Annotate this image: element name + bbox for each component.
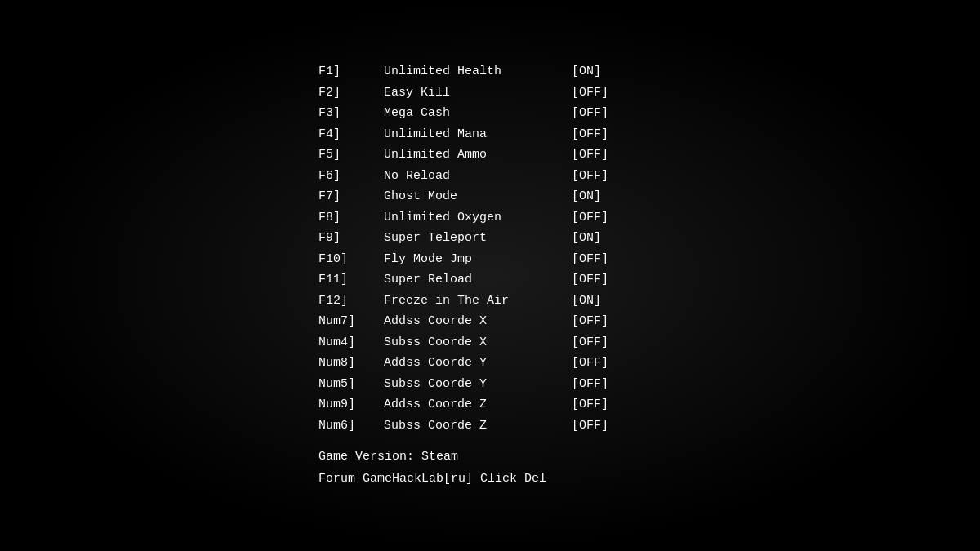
- cheat-key: F7]: [318, 186, 384, 207]
- table-row[interactable]: F10]Fly Mode Jmp[OFF]: [318, 249, 662, 270]
- cheat-status[interactable]: [OFF]: [572, 353, 608, 374]
- cheat-status[interactable]: [OFF]: [572, 207, 608, 229]
- cheat-status[interactable]: [OFF]: [572, 166, 608, 187]
- cheat-status[interactable]: [OFF]: [572, 124, 608, 145]
- table-row[interactable]: Num9]Addss Coorde Z[OFF]: [318, 394, 662, 415]
- cheat-name: No Reload: [384, 166, 572, 187]
- cheat-key: Num5]: [318, 374, 384, 395]
- cheat-status[interactable]: [OFF]: [572, 144, 608, 166]
- cheat-name: Subss Coorde X: [384, 332, 572, 353]
- cheat-name: Addss Coorde Z: [384, 394, 572, 415]
- cheat-name: Unlimited Oxygen: [384, 207, 572, 229]
- cheat-status[interactable]: [OFF]: [572, 374, 608, 395]
- cheat-status[interactable]: [OFF]: [572, 394, 608, 415]
- cheat-list: F1]Unlimited Health[ON]F2]Easy Kill[OFF]…: [318, 61, 662, 436]
- cheat-key: Num8]: [318, 353, 384, 374]
- cheat-status[interactable]: [OFF]: [572, 103, 608, 124]
- cheat-status[interactable]: [OFF]: [572, 332, 608, 353]
- cheat-name: Unlimited Mana: [384, 124, 572, 145]
- footer-line2: Forum GameHackLab[ru] Click Del: [318, 468, 662, 490]
- cheat-status[interactable]: [ON]: [572, 228, 601, 249]
- cheat-name: Subss Coorde Y: [384, 374, 572, 395]
- cheat-status[interactable]: [OFF]: [572, 311, 608, 332]
- table-row[interactable]: F6]No Reload[OFF]: [318, 166, 662, 187]
- cheat-key: Num9]: [318, 394, 384, 415]
- table-row[interactable]: Num8]Addss Coorde Y[OFF]: [318, 353, 662, 374]
- footer: Game Version: Steam Forum GameHackLab[ru…: [318, 446, 662, 490]
- cheat-status[interactable]: [ON]: [572, 291, 601, 312]
- cheat-name: Easy Kill: [384, 82, 572, 104]
- cheat-status[interactable]: [OFF]: [572, 269, 608, 291]
- cheat-key: Num4]: [318, 332, 384, 353]
- cheat-status[interactable]: [OFF]: [572, 82, 608, 104]
- cheat-status[interactable]: [ON]: [572, 61, 601, 82]
- cheat-key: F9]: [318, 228, 384, 249]
- cheat-name: Ghost Mode: [384, 186, 572, 207]
- cheat-key: F6]: [318, 166, 384, 187]
- cheat-key: Num7]: [318, 311, 384, 332]
- cheat-name: Freeze in The Air: [384, 291, 572, 312]
- cheat-key: Num6]: [318, 415, 384, 437]
- cheat-name: Addss Coorde X: [384, 311, 572, 332]
- cheat-key: F3]: [318, 103, 384, 124]
- cheat-name: Super Reload: [384, 269, 572, 291]
- table-row[interactable]: F9]Super Teleport[ON]: [318, 228, 662, 249]
- table-row[interactable]: F2]Easy Kill[OFF]: [318, 82, 662, 104]
- cheat-key: F10]: [318, 249, 384, 270]
- cheat-name: Addss Coorde Y: [384, 353, 572, 374]
- cheat-key: F12]: [318, 291, 384, 312]
- cheat-name: Unlimited Ammo: [384, 144, 572, 166]
- cheat-key: F5]: [318, 144, 384, 166]
- table-row[interactable]: F3]Mega Cash[OFF]: [318, 103, 662, 124]
- table-row[interactable]: F8]Unlimited Oxygen[OFF]: [318, 207, 662, 229]
- cheat-status[interactable]: [OFF]: [572, 249, 608, 270]
- cheat-name: Mega Cash: [384, 103, 572, 124]
- cheat-key: F8]: [318, 207, 384, 229]
- cheat-name: Super Teleport: [384, 228, 572, 249]
- table-row[interactable]: F12]Freeze in The Air[ON]: [318, 291, 662, 312]
- cheat-name: Fly Mode Jmp: [384, 249, 572, 270]
- cheat-name: Unlimited Health: [384, 61, 572, 82]
- table-row[interactable]: Num6]Subss Coorde Z[OFF]: [318, 415, 662, 437]
- table-row[interactable]: Num4]Subss Coorde X[OFF]: [318, 332, 662, 353]
- cheat-name: Subss Coorde Z: [384, 415, 572, 437]
- cheat-status[interactable]: [ON]: [572, 186, 601, 207]
- table-row[interactable]: Num5]Subss Coorde Y[OFF]: [318, 374, 662, 395]
- table-row[interactable]: F11]Super Reload[OFF]: [318, 269, 662, 291]
- cheat-key: F11]: [318, 269, 384, 291]
- table-row[interactable]: F4]Unlimited Mana[OFF]: [318, 124, 662, 145]
- cheat-key: F4]: [318, 124, 384, 145]
- cheat-panel: F1]Unlimited Health[ON]F2]Easy Kill[OFF]…: [286, 45, 694, 506]
- table-row[interactable]: Num7]Addss Coorde X[OFF]: [318, 311, 662, 332]
- cheat-key: F1]: [318, 61, 384, 82]
- cheat-status[interactable]: [OFF]: [572, 415, 608, 437]
- cheat-key: F2]: [318, 82, 384, 104]
- table-row[interactable]: F7]Ghost Mode[ON]: [318, 186, 662, 207]
- table-row[interactable]: F1]Unlimited Health[ON]: [318, 61, 662, 82]
- footer-line1: Game Version: Steam: [318, 446, 662, 468]
- table-row[interactable]: F5]Unlimited Ammo[OFF]: [318, 144, 662, 166]
